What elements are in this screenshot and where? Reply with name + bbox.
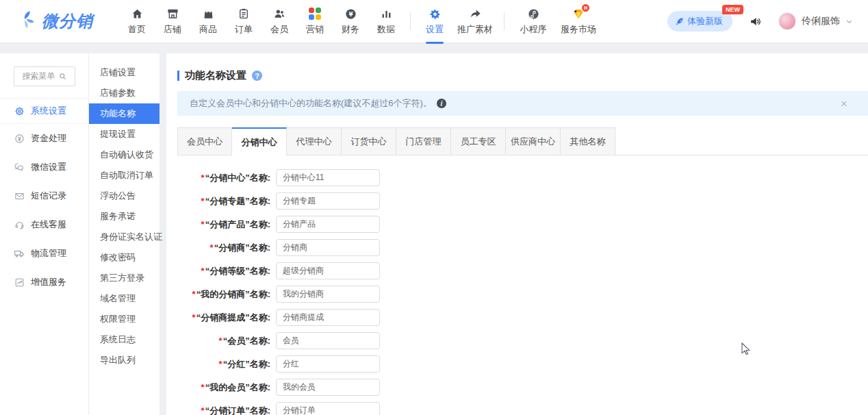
close-icon[interactable]: ×	[841, 98, 847, 110]
goods-icon	[202, 7, 215, 21]
nav-item-data[interactable]: 数据	[368, 0, 404, 43]
sidebar-item-logistics[interactable]: 物流管理	[0, 239, 88, 268]
nav-item-store[interactable]: 店铺	[155, 0, 190, 43]
nav-label: 会员	[270, 23, 288, 36]
distribution-product-name-input[interactable]	[276, 216, 380, 233]
feature-name-form: *“分销中心”名称: *“分销专题”名称: *“分销产品”名称: *“分销商”名…	[177, 169, 868, 415]
submenu-item-auto-confirm-receipt[interactable]: 自动确认收货	[89, 144, 159, 165]
sidebar-item-wechat[interactable]: 微信设置	[0, 153, 88, 181]
announcement-speaker-icon[interactable]	[749, 15, 762, 28]
tab-distribution-center[interactable]: 分销中心	[232, 127, 287, 155]
submenu-item-system-log[interactable]: 系统日志	[89, 329, 159, 350]
tab-member-center[interactable]: 会员中心	[177, 127, 232, 155]
nav-item-goods[interactable]: 商品	[190, 0, 226, 43]
my-member-name-input[interactable]	[276, 379, 380, 396]
distribution-center-name-input[interactable]	[276, 169, 380, 186]
info-icon[interactable]: i	[437, 99, 446, 108]
truck-icon	[14, 248, 25, 259]
submenu-item-change-password[interactable]: 修改密码	[89, 247, 159, 268]
field-label: *“分销订单”名称:	[177, 405, 270, 415]
tab-agent-center[interactable]: 代理中心	[287, 127, 342, 155]
form-row-distributor: *“分销商”名称:	[177, 239, 868, 256]
form-row-distributor-commission: *“分销商提成”名称:	[177, 309, 868, 326]
form-row-distribution-order: *“分销订单”名称:	[177, 402, 868, 415]
nav-item-finance[interactable]: ¥ 财务	[333, 0, 368, 43]
yen-circle-icon	[14, 134, 25, 144]
required-mark: *	[219, 359, 222, 369]
tab-supplier-center[interactable]: 供应商中心	[506, 127, 561, 155]
finance-icon: ¥	[344, 7, 357, 21]
submenu-item-store-settings[interactable]: 店铺设置	[89, 62, 159, 83]
submenu-item-feature-names[interactable]: 功能名称	[89, 103, 159, 124]
nav-item-promo-materials[interactable]: 推广素材	[452, 0, 498, 43]
main-panel: 功能名称设置 ? 自定义会员中心和分销中心的功能名称(建议不超过6个字符)。 i…	[166, 53, 868, 415]
submenu-item-export-queue[interactable]: 导出队列	[89, 350, 159, 370]
sidebar-item-value-added[interactable]: 增值服务	[0, 268, 88, 297]
try-new-version-button[interactable]: 体验新版 NEW	[667, 11, 732, 32]
tab-store-management[interactable]: 门店管理	[396, 127, 451, 155]
submenu-item-store-params[interactable]: 店铺参数	[89, 83, 159, 103]
submenu-item-permission-management[interactable]: 权限管理	[89, 309, 159, 329]
member-name-input[interactable]	[276, 332, 380, 349]
try-new-label: 体验新版	[687, 15, 723, 27]
required-mark: *	[201, 382, 205, 392]
field-label: *“我的分销商”名称:	[177, 288, 270, 301]
my-distributor-name-input[interactable]	[276, 286, 380, 303]
gear-icon	[14, 106, 25, 116]
distributor-name-input[interactable]	[276, 239, 380, 256]
dividend-name-input[interactable]	[276, 355, 380, 373]
trend-icon	[14, 277, 25, 288]
sidebar-item-label: 物流管理	[31, 247, 66, 260]
submenu-item-service-promise[interactable]: 服务承诺	[89, 206, 159, 227]
sidebar-item-system-settings[interactable]: 系统设置	[0, 98, 88, 124]
submenu-item-id-verification[interactable]: 身份证实名认证	[89, 227, 159, 247]
nav-item-orders[interactable]: 订单	[226, 0, 261, 43]
nav-item-home[interactable]: 首页	[119, 0, 155, 43]
nav-item-marketing[interactable]: 营销	[297, 0, 333, 43]
submenu-item-third-party-login[interactable]: 第三方登录	[89, 268, 159, 288]
account-name: 伶俐服饰	[802, 15, 840, 27]
header-right: 体验新版 NEW 伶俐服饰	[667, 11, 853, 32]
nav-label: 数据	[377, 23, 395, 36]
form-row-my-member: *“我的会员”名称:	[177, 379, 868, 396]
store-icon	[166, 7, 179, 21]
search-icon	[59, 73, 66, 80]
market-badge: H	[582, 4, 589, 12]
field-label: *“会员”名称:	[177, 335, 270, 347]
tab-ordering-center[interactable]: 订货中心	[342, 127, 396, 155]
nav-item-mini-program[interactable]: 小程序	[511, 0, 556, 43]
tab-staff-zone[interactable]: 员工专区	[451, 127, 506, 155]
distributor-commission-name-input[interactable]	[276, 309, 380, 326]
search-input[interactable]: 搜索菜单	[14, 66, 75, 86]
nav-label: 小程序	[520, 23, 547, 36]
nav-label: 服务市场	[561, 23, 596, 36]
nav-item-service-market[interactable]: H 服务市场	[556, 0, 601, 43]
nav-label: 营销	[306, 23, 324, 36]
sidebar-item-customer-service[interactable]: 在线客服	[0, 210, 88, 239]
required-mark: *	[201, 405, 205, 415]
sidebar-item-sms[interactable]: 短信记录	[0, 181, 88, 210]
app-logo[interactable]: 微分销	[21, 10, 93, 32]
form-row-distribution-product: *“分销产品”名称:	[177, 216, 868, 233]
distribution-level-name-input[interactable]	[276, 262, 380, 279]
submenu-item-withdrawal-settings[interactable]: 提现设置	[89, 124, 159, 144]
form-row-distribution-level: *“分销等级”名称:	[177, 262, 868, 279]
account-menu[interactable]: 伶俐服饰	[778, 12, 853, 30]
envelope-icon	[14, 191, 25, 201]
help-icon[interactable]: ?	[252, 71, 262, 81]
field-label: *“分销专题”名称:	[177, 195, 270, 208]
submenu-item-floating-notice[interactable]: 浮动公告	[89, 186, 159, 206]
distribution-order-name-input[interactable]	[276, 402, 380, 415]
nav-item-members[interactable]: 会员	[261, 0, 297, 43]
distribution-topic-name-input[interactable]	[276, 192, 380, 210]
tab-other-names[interactable]: 其他名称	[561, 127, 615, 155]
required-mark: *	[201, 173, 205, 183]
sidebar-item-label: 在线客服	[31, 218, 66, 231]
submenu-item-auto-cancel-order[interactable]: 自动取消订单	[89, 165, 159, 186]
title-accent-bar	[177, 71, 179, 81]
submenu-item-domain-management[interactable]: 域名管理	[89, 288, 159, 309]
avatar	[778, 12, 796, 30]
nav-item-settings[interactable]: 设置	[417, 0, 452, 43]
field-label: *“分销等级”名称:	[177, 265, 270, 277]
sidebar-item-funds[interactable]: 资金处理	[0, 124, 88, 153]
